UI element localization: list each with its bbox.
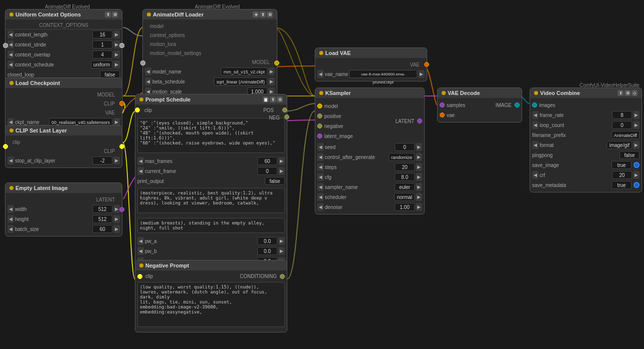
btn-stop-right[interactable]: ▶	[113, 156, 120, 164]
btn-sampler-left[interactable]: ◀	[317, 183, 324, 191]
row-context-stride: ◀ context_stride 1 ▶	[5, 40, 122, 50]
btn-scheduler-left[interactable]: ◀	[317, 193, 324, 201]
btn-current-frame-right[interactable]: ▶	[278, 167, 285, 175]
btn-context-length-left[interactable]: ◀	[7, 30, 14, 38]
btn-frame-rate-right[interactable]: ▶	[633, 111, 640, 119]
btn-context-overlap-left[interactable]: ◀	[7, 50, 14, 58]
port-vd-image-out[interactable]	[515, 102, 520, 108]
btn-control-right[interactable]: ▶	[416, 153, 422, 161]
toggle-save-image[interactable]	[634, 162, 640, 168]
toggle-save-metadata[interactable]	[634, 182, 640, 188]
port-np-clip-in[interactable]	[137, 274, 142, 279]
port-ps-pos-out[interactable]	[282, 108, 287, 112]
btn-seed-right[interactable]: ▶	[416, 143, 422, 151]
btn-pw-b-right[interactable]: ▶	[278, 247, 285, 255]
node-header-load-checkpoint[interactable]: Load Checkpoint	[5, 78, 122, 88]
btn-pw-a-left[interactable]: ◀	[137, 237, 144, 245]
btn-loop-count-left[interactable]: ◀	[532, 121, 539, 129]
btn-context-overlap-right[interactable]: ▶	[113, 50, 120, 58]
node-header-ad-loader[interactable]: AnimateDiff Loader ★ ⬆ ⚙	[143, 10, 277, 20]
node-header-uniform-context[interactable]: Uniform Context Options ⬆ ⚙	[5, 10, 122, 20]
btn-context-stride-left[interactable]: ◀	[7, 40, 14, 48]
btn-beta-left[interactable]: ◀	[145, 78, 151, 86]
icon-vc1: ⬆	[618, 90, 624, 96]
btn-context-stride-right[interactable]: ▶	[113, 40, 120, 48]
port-ps-neg-out[interactable]	[284, 114, 289, 120]
btn-cfg-left[interactable]: ◀	[317, 173, 324, 181]
btn-steps-left[interactable]: ◀	[317, 163, 324, 171]
btn-context-length-right[interactable]: ▶	[113, 30, 120, 38]
port-ks-model-in[interactable]	[317, 104, 322, 108]
btn-format-left[interactable]: ◀	[532, 141, 539, 149]
btn-context-schedule-right[interactable]: ▶	[113, 60, 120, 68]
btn-height-right[interactable]: ▶	[113, 215, 120, 223]
port-vd-vae-in[interactable]	[440, 112, 445, 118]
negative-prompt-text[interactable]: (low quality, worst quality:1.15), ((nud…	[137, 282, 285, 327]
btn-frame-rate-left[interactable]: ◀	[532, 111, 539, 119]
node-header-vae-decode[interactable]: VAE Decode	[438, 88, 522, 98]
btn-batch-right[interactable]: ▶	[113, 225, 120, 233]
node-header-ksampler[interactable]: KSampler	[315, 88, 424, 98]
port-adl-motion-settings-in[interactable]	[140, 60, 145, 66]
port-lv-vae-out[interactable]	[424, 62, 429, 67]
port-context-schedule-right[interactable]	[119, 43, 124, 48]
node-header-prompt-schedule[interactable]: Prompt Schedule 📋 ⬆ ⚙	[135, 94, 287, 104]
node-header-negative-prompt[interactable]: Negative Prompt	[135, 260, 287, 270]
node-canvas: Uniform Context Options ⬆ ⚙ CONTEXT_OPTI…	[0, 0, 644, 349]
prompt-schedule-text3[interactable]: (medium breasts), standing in the empty …	[137, 218, 285, 233]
prompt-schedule-text[interactable]: "0" :"(eyes closed), simple background,"…	[137, 118, 285, 153]
port-ks-latent-in[interactable]	[317, 134, 322, 138]
port-vd-samples-in[interactable]	[440, 102, 445, 108]
node-header-load-vae[interactable]: Load VAE	[315, 48, 427, 58]
btn-crf-right[interactable]: ▶	[633, 171, 640, 179]
port-ks-latent-out[interactable]	[417, 118, 422, 124]
node-header-video-combine[interactable]: Video Combine ⬆ ⚙ ◇	[530, 88, 642, 98]
btn-width-left[interactable]: ◀	[7, 205, 14, 213]
node-header-clip-set[interactable]: CLIP Set Last Layer	[5, 126, 122, 136]
row-control-after: ◀ control_after_generate randomize ▶	[315, 152, 424, 162]
btn-context-schedule-left[interactable]: ◀	[7, 60, 14, 68]
val-format: image/gif	[607, 141, 632, 149]
btn-denoise-left[interactable]: ◀	[317, 203, 324, 211]
btn-vae-name-left[interactable]: ◀	[317, 70, 324, 78]
btn-beta-right[interactable]: ▶	[268, 78, 275, 86]
btn-scheduler-right[interactable]: ▶	[416, 193, 422, 201]
btn-vae-name-right[interactable]: ▶	[418, 70, 425, 78]
btn-cfg-right[interactable]: ▶	[416, 173, 422, 181]
btn-denoise-right[interactable]: ▶	[416, 203, 422, 211]
label-model-name: model_name	[152, 69, 220, 74]
btn-pw-b-left[interactable]: ◀	[137, 247, 144, 255]
port-clip-set-out[interactable]	[119, 144, 124, 149]
port-adl-model-out[interactable]	[274, 60, 279, 66]
row-filename-prefix: filename_prefix AnimateDiff	[530, 130, 642, 140]
port-vc-images-in[interactable]	[532, 102, 537, 108]
btn-model-name-left[interactable]: ◀	[145, 68, 151, 76]
btn-pw-a-right[interactable]: ▶	[278, 237, 285, 245]
port-clip-in[interactable]	[3, 144, 8, 149]
btn-format-right[interactable]: ▶	[633, 141, 640, 149]
btn-stop-left[interactable]: ◀	[7, 156, 14, 164]
btn-steps-right[interactable]: ▶	[416, 163, 422, 171]
prompt-schedule-text2[interactable]: (masterpiece, realistic, best quality:1.…	[137, 188, 285, 213]
btn-control-left[interactable]: ◀	[317, 153, 324, 161]
btn-height-left[interactable]: ◀	[7, 215, 14, 223]
btn-model-name-right[interactable]: ▶	[268, 68, 275, 76]
btn-current-frame-left[interactable]: ◀	[137, 167, 144, 175]
btn-seed-left[interactable]: ◀	[317, 143, 324, 151]
port-vae-out[interactable]	[119, 101, 124, 106]
port-latent-out[interactable]	[119, 207, 124, 212]
port-context-schedule-left[interactable]	[3, 43, 8, 48]
btn-loop-count-right[interactable]: ▶	[633, 121, 640, 129]
btn-max-frames-left[interactable]: ◀	[137, 157, 144, 165]
port-ks-positive-in[interactable]	[317, 114, 322, 118]
btn-max-frames-right[interactable]: ▶	[278, 157, 285, 165]
val-cfg: 8.0	[395, 173, 415, 181]
btn-batch-left[interactable]: ◀	[7, 225, 14, 233]
port-np-conditioning-out[interactable]	[280, 274, 285, 279]
node-header-empty-latent[interactable]: Empty Latent Image	[5, 183, 122, 193]
port-ps-clip-in[interactable]	[135, 108, 140, 112]
port-ks-negative-in[interactable]	[317, 124, 322, 128]
btn-sampler-right[interactable]: ▶	[416, 183, 422, 191]
node-dot-csl	[9, 128, 13, 132]
btn-crf-left[interactable]: ◀	[532, 171, 539, 179]
